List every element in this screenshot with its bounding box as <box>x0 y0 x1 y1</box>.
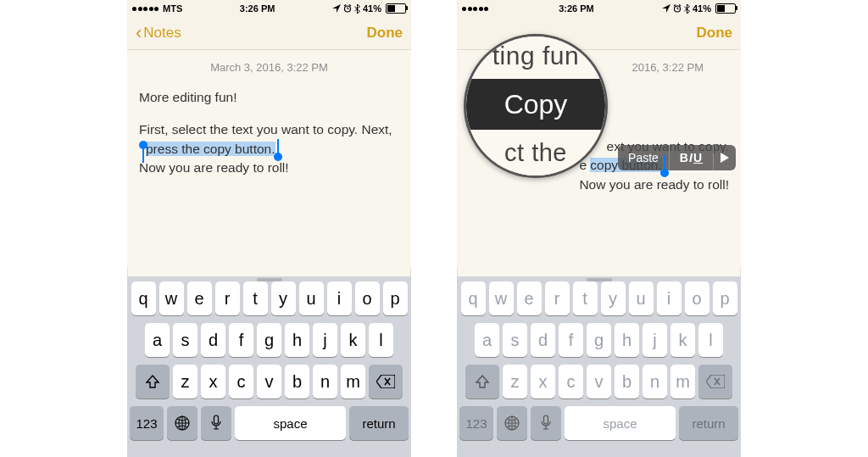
location-icon <box>332 4 341 13</box>
keyboard-row-1: qwertyuiop <box>459 281 738 315</box>
key-f[interactable]: f <box>559 323 583 357</box>
key-h[interactable]: h <box>615 323 639 357</box>
key-o[interactable]: o <box>685 281 709 315</box>
key-v[interactable]: v <box>257 365 281 398</box>
key-w[interactable]: w <box>159 281 184 315</box>
more-menu-item[interactable] <box>714 145 736 170</box>
selection-handle-end[interactable] <box>274 153 282 161</box>
key-h[interactable]: h <box>285 323 309 357</box>
numbers-key[interactable]: 123 <box>459 406 493 440</box>
magnifier-loupe: ting fun Copy ct the <box>464 34 608 178</box>
back-button[interactable]: ‹ Notes <box>136 24 181 42</box>
key-k[interactable]: k <box>341 323 365 357</box>
globe-key[interactable] <box>497 406 527 440</box>
key-q[interactable]: q <box>131 281 156 315</box>
dictation-key[interactable] <box>531 406 561 440</box>
keyboard-row-4: 123 space return <box>130 406 409 440</box>
key-i[interactable]: i <box>327 281 352 315</box>
key-g[interactable]: g <box>587 323 611 357</box>
signal-strength-icon <box>462 7 488 11</box>
key-b[interactable]: b <box>615 365 639 398</box>
numbers-key[interactable]: 123 <box>130 406 164 440</box>
key-v[interactable]: v <box>587 365 611 398</box>
key-z[interactable]: z <box>173 365 198 398</box>
key-o[interactable]: o <box>355 281 380 315</box>
key-q[interactable]: q <box>461 281 486 315</box>
key-m[interactable]: m <box>341 365 365 398</box>
selected-text[interactable]: press the copy button. <box>146 142 275 156</box>
key-z[interactable]: z <box>503 365 527 398</box>
note-line-3: Now you are ready to roll! <box>579 177 729 192</box>
key-g[interactable]: g <box>257 323 281 357</box>
keyboard[interactable]: qwertyuiop asdfghjkl zxcvbnm 123 space r… <box>457 276 741 457</box>
backspace-key[interactable] <box>369 365 403 398</box>
key-x[interactable]: x <box>201 365 225 398</box>
key-f[interactable]: f <box>229 323 253 357</box>
alarm-icon <box>673 4 682 13</box>
key-k[interactable]: k <box>670 323 695 357</box>
done-button[interactable]: Done <box>697 25 733 42</box>
phone-screenshot-2: 3:26 PM 41% Done 2016, 3:22 PM <box>457 0 741 457</box>
space-key[interactable]: space <box>235 406 346 440</box>
note-paragraph-2: First, select the text you want to copy.… <box>139 120 399 177</box>
key-d[interactable]: d <box>201 323 225 357</box>
key-j[interactable]: j <box>313 323 337 357</box>
key-b[interactable]: b <box>285 365 309 398</box>
key-n[interactable]: n <box>313 365 337 398</box>
shift-key[interactable] <box>465 365 499 398</box>
key-c[interactable]: c <box>559 365 583 398</box>
key-y[interactable]: y <box>271 281 296 315</box>
shift-key[interactable] <box>136 365 170 398</box>
note-body[interactable]: March 3, 2016, 3:22 PM More editing fun!… <box>127 50 411 267</box>
key-w[interactable]: w <box>489 281 514 315</box>
key-y[interactable]: y <box>601 281 626 315</box>
key-m[interactable]: m <box>670 365 695 398</box>
key-n[interactable]: n <box>643 365 667 398</box>
key-e[interactable]: e <box>187 281 212 315</box>
carrier-label: MTS <box>163 3 182 14</box>
key-u[interactable]: u <box>629 281 654 315</box>
key-p[interactable]: p <box>713 281 737 315</box>
svg-rect-3 <box>214 415 219 424</box>
battery-pct-label: 41% <box>693 3 711 14</box>
status-bar: MTS 3:26 PM 41% <box>127 0 411 17</box>
keyboard[interactable]: qwertyuiop asdfghjkl zxcvbnm 123 space r… <box>127 276 411 457</box>
keyboard-row-3: zxcvbnm <box>130 365 409 398</box>
return-key[interactable]: return <box>349 406 409 440</box>
key-x[interactable]: x <box>531 365 555 398</box>
key-t[interactable]: t <box>573 281 598 315</box>
key-u[interactable]: u <box>299 281 324 315</box>
copy-menu-item-magnified[interactable]: Copy <box>466 79 605 130</box>
done-button[interactable]: Done <box>367 25 403 42</box>
keyboard-row-1: qwertyuiop <box>130 281 409 315</box>
keyboard-handle[interactable] <box>587 278 612 281</box>
phone-screenshot-1: MTS 3:26 PM 41% ‹ Notes <box>127 0 411 457</box>
dictation-key[interactable] <box>201 406 231 440</box>
key-l[interactable]: l <box>698 323 723 357</box>
key-r[interactable]: r <box>545 281 570 315</box>
key-r[interactable]: r <box>215 281 240 315</box>
triangle-right-icon <box>721 153 729 163</box>
selection-handle-end[interactable] <box>660 169 669 177</box>
biu-menu-item[interactable]: BIU <box>670 145 714 170</box>
key-a[interactable]: a <box>475 323 499 357</box>
selection-handle-start[interactable] <box>139 141 147 149</box>
key-i[interactable]: i <box>657 281 682 315</box>
key-p[interactable]: p <box>383 281 408 315</box>
bluetooth-icon <box>354 4 360 14</box>
paste-menu-item[interactable]: Paste <box>618 145 670 170</box>
key-c[interactable]: c <box>229 365 253 398</box>
space-key[interactable]: space <box>565 406 676 440</box>
key-j[interactable]: j <box>643 323 667 357</box>
key-e[interactable]: e <box>517 281 542 315</box>
key-a[interactable]: a <box>145 323 170 357</box>
return-key[interactable]: return <box>679 406 738 440</box>
keyboard-handle[interactable] <box>257 278 282 281</box>
key-t[interactable]: t <box>243 281 268 315</box>
key-l[interactable]: l <box>369 323 393 357</box>
backspace-key[interactable] <box>698 365 732 398</box>
globe-key[interactable] <box>167 406 198 440</box>
key-s[interactable]: s <box>173 323 198 357</box>
key-s[interactable]: s <box>503 323 527 357</box>
key-d[interactable]: d <box>531 323 555 357</box>
